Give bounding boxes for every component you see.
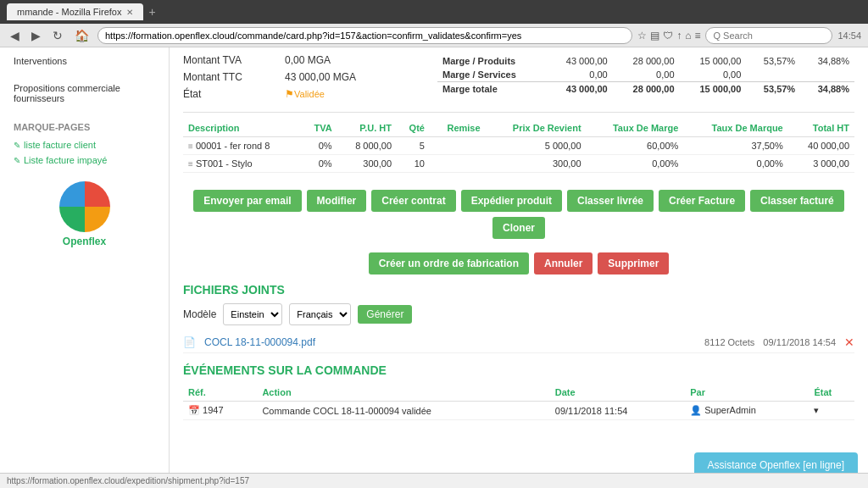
file-name[interactable]: COCL 18-11-000094.pdf [204, 336, 696, 348]
event-date: 09/11/2018 11:54 [550, 402, 685, 420]
col-etat: État [809, 384, 854, 402]
sidebar: Interventions Propositions commerciale f… [0, 47, 170, 488]
product-table: Description TVA P.U. HT Qté Remise Prix … [183, 119, 854, 173]
cloner-button[interactable]: Cloner [492, 217, 545, 239]
event-row: 📅 1947 Commande COCL 18-11-000094 validé… [183, 402, 854, 420]
sidebar-marque-pages-label: MARQUE-PAGES [7, 117, 162, 137]
product-taux-marque: 37,50% [683, 137, 787, 155]
product-remise [430, 155, 486, 173]
modele-select[interactable]: Einstein [223, 303, 282, 325]
url-bar[interactable] [97, 27, 632, 44]
summary-left: Montant TVA 0,00 MGA Montant TTC 43 000,… [183, 54, 403, 105]
file-delete-icon[interactable]: ✕ [844, 336, 854, 349]
montant-tva-value: 0,00 MGA [285, 54, 331, 66]
fichiers-joints-title: FICHIERS JOINTS [183, 283, 854, 297]
modifier-button[interactable]: Modifier [307, 190, 367, 212]
new-tab-icon[interactable]: + [148, 5, 155, 19]
product-total-ht: 40 000,00 [788, 137, 854, 155]
clock-label: 14:54 [837, 30, 861, 41]
tab-close-icon[interactable]: ✕ [126, 8, 133, 17]
col-date: Date [550, 384, 685, 402]
marge-services-val4 [746, 68, 800, 82]
main-layout: Interventions Propositions commerciale f… [0, 47, 868, 488]
logo-text: Openflex [8, 236, 160, 247]
montant-tva-label: Montant TVA [183, 54, 285, 66]
file-date: 09/11/2018 14:54 [763, 337, 836, 347]
marge-produits-label: Marge / Produits [437, 54, 546, 68]
status-url: https://formation.openflex.cloud/expedit… [7, 476, 249, 485]
row-montant-tva: Montant TVA 0,00 MGA [183, 54, 403, 66]
home-button[interactable]: 🏠 [71, 27, 92, 44]
reload-button[interactable]: ↻ [49, 27, 66, 44]
sidebar-link-facture-client[interactable]: liste facture client [7, 137, 162, 152]
forward-button[interactable]: ▶ [28, 27, 44, 44]
creer-ordre-button[interactable]: Créer un ordre de fabrication [369, 252, 529, 274]
langue-select[interactable]: Français [289, 303, 351, 325]
marge-produits-val1: 43 000,00 [546, 54, 613, 68]
sidebar-interventions: Interventions [0, 47, 169, 75]
marge-total-val4: 53,57% [746, 82, 800, 97]
product-qte: 10 [397, 155, 430, 173]
tab-title: mmande - Mozilla Firefox [17, 7, 121, 17]
event-action: Commande COCL 18-11-000094 validée [257, 402, 549, 420]
generer-button[interactable]: Générer [358, 305, 412, 324]
event-par: 👤 SuperAdmin [685, 402, 809, 420]
browser-tab[interactable]: mmande - Mozilla Firefox ✕ [7, 3, 143, 20]
sidebar-link-facture-impaye[interactable]: Liste facture impayé [7, 152, 162, 168]
col-prix-revient: Prix De Revient [486, 119, 587, 137]
col-qte: Qté [397, 119, 430, 137]
col-ref: Réf. [183, 384, 257, 402]
star-icon[interactable]: ☆ [637, 30, 647, 42]
events-header: Réf. Action Date Par État [183, 384, 854, 402]
marge-row-total: Marge totale 43 000,00 28 000,00 15 000,… [437, 82, 854, 97]
product-prix-revient: 300,00 [486, 155, 587, 173]
link-label: Liste facture impayé [24, 155, 107, 165]
search-input[interactable] [705, 27, 832, 44]
product-tva: 0% [301, 155, 337, 173]
supprimer-button[interactable]: Supprimer [598, 252, 669, 274]
envoyer-email-button[interactable]: Envoyer par email [193, 190, 301, 212]
home2-icon[interactable]: ⌂ [685, 30, 691, 42]
annuler-button[interactable]: Annuler [534, 252, 593, 274]
bookmark-icon[interactable]: ▤ [650, 30, 659, 42]
marge-services-label: Marge / Services [437, 68, 546, 82]
back-button[interactable]: ◀ [7, 27, 23, 44]
col-total-ht: Total HT [788, 119, 854, 137]
marge-services-val5 [800, 68, 854, 82]
col-par: Par [685, 384, 809, 402]
product-ref: ≡ ST001 - Stylo [183, 155, 301, 173]
product-row: ≡ ST001 - Stylo 0% 300,00 10 300,00 0,00… [183, 155, 854, 173]
expedier-produit-button[interactable]: Expédier produit [461, 190, 562, 212]
sidebar-propositions-item[interactable]: Propositions commerciale fournisseurs [7, 80, 162, 107]
creer-facture-button[interactable]: Créer Facture [659, 190, 745, 212]
col-action: Action [257, 384, 549, 402]
classer-livree-button[interactable]: Classer livrée [567, 190, 654, 212]
col-tva: TVA [301, 119, 337, 137]
product-ref: ≡ 00001 - fer rond 8 [183, 137, 301, 155]
shield-icon: 🛡 [663, 30, 673, 42]
marge-total-val1: 43 000,00 [546, 82, 613, 97]
col-remise: Remise [430, 119, 486, 137]
sidebar-interventions-item[interactable]: Interventions [7, 53, 162, 69]
event-etat: ▾ [809, 402, 854, 420]
file-size: 8112 Octets [704, 337, 754, 347]
col-taux-marge: Taux De Marge [587, 119, 684, 137]
marge-total-label: Marge totale [437, 82, 546, 97]
creer-contrat-button[interactable]: Créer contrat [371, 190, 455, 212]
arrow-up-icon[interactable]: ↑ [676, 30, 682, 42]
marge-services-val2: 0,00 [613, 68, 680, 82]
col-taux-marque: Taux De Marque [683, 119, 787, 137]
classer-facture-button[interactable]: Classer facturé [750, 190, 844, 212]
menu-icon[interactable]: ≡ [694, 30, 700, 42]
sidebar-marque-pages: MARQUE-PAGES liste facture client Liste … [0, 112, 169, 173]
events-table: Réf. Action Date Par État 📅 1947 Command… [183, 384, 854, 420]
content-inner: Montant TVA 0,00 MGA Montant TTC 43 000,… [170, 47, 868, 427]
evenements-title: ÉVÉNEMENTS SUR LA COMMANDE [183, 363, 854, 377]
product-qte: 5 [397, 137, 430, 155]
product-row: ≡ 00001 - fer rond 8 0% 8 000,00 5 5 000… [183, 137, 854, 155]
divider-1 [183, 112, 854, 113]
logo-circle [59, 181, 110, 232]
file-row: 📄 COCL 18-11-000094.pdf 8112 Octets 09/1… [183, 332, 854, 353]
event-ref: 📅 1947 [183, 402, 257, 420]
product-table-header: Description TVA P.U. HT Qté Remise Prix … [183, 119, 854, 137]
